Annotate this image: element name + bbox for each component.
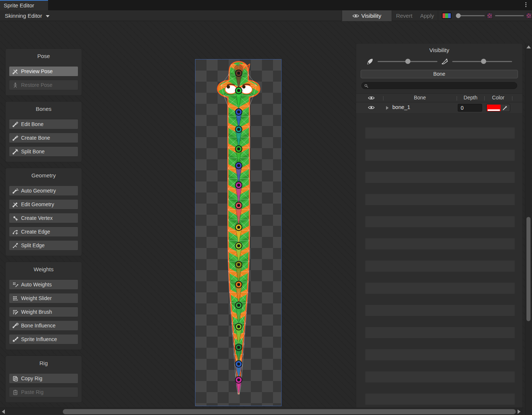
bone-color-swatch[interactable] [487,105,501,111]
column-depth: Depth [457,95,484,101]
visibility-eye-toggle[interactable] [368,105,375,111]
eyedropper-icon[interactable] [502,105,509,111]
button-label: Create Bone [21,135,50,141]
depth-input[interactable] [458,104,482,112]
auto-weights-icon [12,282,18,288]
canvas-background: PosePreview PoseRestore PoseBonesEdit Bo… [0,21,532,415]
visibility-panel-title: Visibility [356,44,522,53]
panel-pose: PosePreview PoseRestore Pose [5,48,82,96]
visibility-panel: Visibility Bone [356,43,523,415]
chevron-down-icon [46,15,50,17]
bone-opacity-slider[interactable] [378,58,437,65]
bone-tab-button[interactable]: Bone [361,70,518,78]
toolbar: Skinning Editor Visibility Revert Apply [0,10,532,21]
restore-pose-icon [12,82,18,88]
sprite-viewport[interactable] [195,59,282,406]
auto-geometry-icon [12,188,18,194]
skinning-editor-dropdown[interactable]: Skinning Editor [2,10,52,21]
copy-rig-button[interactable]: Copy Rig [9,373,78,384]
restore-pose-button[interactable]: Restore Pose [9,80,78,90]
mesh-alpha-icon [526,13,532,18]
preview-pose-button[interactable]: Preview Pose [9,66,78,76]
apply-button[interactable]: Apply [416,10,438,21]
weight-brush-button[interactable]: Weight Brush [9,307,78,317]
button-label: Weight Brush [21,309,52,315]
bone-opacity-icon [366,58,374,65]
slider-knob[interactable] [456,13,461,18]
eye-column-icon[interactable] [368,95,375,101]
sprite-influence-button[interactable]: Sprite Influence [9,334,78,344]
auto-weights-button[interactable]: Auto Weights [9,279,78,290]
search-box [361,82,517,89]
sprite-color-swatch-button[interactable] [442,13,451,19]
button-label: Bone Influence [21,323,55,329]
mesh-opacity-slider[interactable] [495,10,524,21]
button-label: Edit Geometry [21,201,54,207]
button-label: Create Vertex [21,215,53,221]
weight-slider-button[interactable]: Weight Slider [9,293,78,303]
horizontal-scrollbar-thumb[interactable] [63,409,516,414]
sprite-opacity-slider[interactable] [457,10,485,21]
panel-geometry: GeometryAuto GeometryEdit GeometryCreate… [5,168,82,256]
sidebar: PosePreview PoseRestore PoseBonesEdit Bo… [5,48,82,408]
create-vertex-button[interactable]: Create Vertex [9,213,78,223]
edit-bone-icon [12,121,18,127]
panel-rig: RigCopy RigPaste Rig [5,356,82,403]
panel-title: Rig [9,359,78,370]
create-bone-button[interactable]: Create Bone [9,133,78,143]
vertical-scrollbar[interactable] [525,43,531,415]
slider-knob[interactable] [405,59,410,64]
weight-slider-icon [12,295,18,302]
opacity-sliders-row [356,53,522,67]
scroll-right-arrow[interactable] [518,409,521,414]
expander-triangle-icon[interactable] [386,106,389,110]
bone-table-header: Bone Depth Color [356,93,522,102]
column-color: Color [484,95,512,101]
scroll-up-arrow[interactable] [526,45,531,48]
scroll-left-arrow[interactable] [2,409,5,414]
empty-list-row [365,238,515,249]
bone-name: bone_1 [392,104,410,110]
button-label: Split Bone [21,149,45,154]
horizontal-scrollbar[interactable] [0,408,524,415]
edit-geometry-button[interactable]: Edit Geometry [9,199,78,210]
table-row-bone-1[interactable]: bone_1 [356,102,522,113]
paste-rig-icon [12,389,18,395]
empty-list-row [365,371,515,382]
button-label: Restore Pose [21,82,52,88]
titlebar: Sprite Editor [0,0,532,10]
create-edge-button[interactable]: Create Edge [9,227,78,237]
empty-list-row [365,327,515,338]
revert-button[interactable]: Revert [392,10,416,21]
vertical-scrollbar-thumb[interactable] [526,217,531,321]
edit-bone-button[interactable]: Edit Bone [9,119,78,129]
tab-sprite-editor[interactable]: Sprite Editor [0,0,48,10]
kebab-menu-icon[interactable] [524,1,528,9]
panel-title: Bones [9,105,78,116]
paste-rig-button[interactable]: Paste Rig [9,387,78,397]
button-label: Weight Slider [21,295,52,301]
split-bone-button[interactable]: Split Bone [9,146,78,157]
panel-title: Weights [9,265,78,276]
column-bone: Bone [383,95,457,101]
button-label: Paste Rig [21,389,44,395]
sprite-influence-icon [12,336,18,343]
auto-geometry-button[interactable]: Auto Geometry [9,186,78,196]
visibility-button[interactable]: Visibility [342,10,392,21]
weight-brush-icon [12,309,18,315]
edit-geometry-icon [12,201,18,208]
preview-pose-icon [12,68,18,75]
empty-list-row [365,305,515,316]
bone-influence-icon [12,323,18,329]
slider-knob[interactable] [481,59,486,64]
mesh-opacity-slider-panel[interactable] [452,58,512,65]
panel-title: Pose [9,52,78,63]
mode-label: Skinning Editor [5,13,42,19]
eye-icon [352,13,359,18]
create-edge-icon [12,229,18,235]
sprite-alpha-icon [487,13,492,18]
search-input[interactable] [370,82,514,89]
bone-influence-button[interactable]: Bone Influence [9,320,78,331]
split-edge-button[interactable]: Split Edge [9,240,78,251]
visibility-label: Visibility [361,13,381,19]
